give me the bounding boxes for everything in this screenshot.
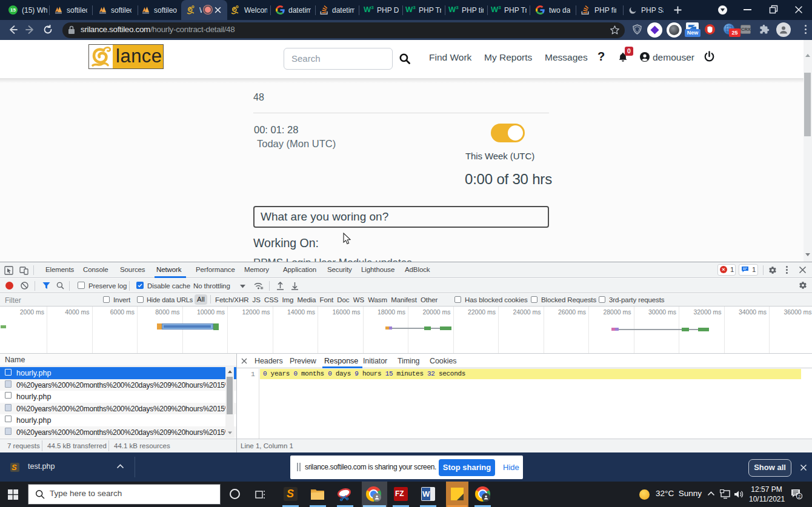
svg-text:2: 2 (798, 494, 800, 499)
